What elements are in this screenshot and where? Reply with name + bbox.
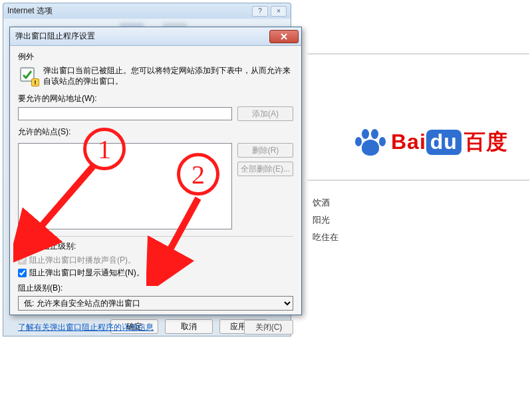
close-dialog-button[interactable]: 关闭(C) <box>244 320 293 334</box>
baidu-wordmark: Baidu百度 <box>391 128 508 157</box>
notifications-group-label: 通知和阻止级别: <box>18 241 293 252</box>
separator <box>18 236 293 237</box>
baidu-cn: 百度 <box>464 130 508 154</box>
parent-dialog-controls: ? × <box>252 6 287 17</box>
popup-title: 弹出窗口阻止程序设置 <box>15 31 269 42</box>
info-text: 弹出窗口当前已被阻止。您可以将特定网站添加到下表中，从而允许来自该站点的弹出窗口… <box>43 65 293 86</box>
blocking-level-select[interactable]: 低: 允许来自安全站点的弹出窗口 <box>18 296 293 311</box>
baidu-area: Baidu百度 饮酒 阳光 吃住在 <box>307 48 529 246</box>
hint-lines: 饮酒 阳光 吃住在 <box>313 194 529 246</box>
add-button[interactable]: 添加(A) <box>237 106 293 121</box>
hint-line: 阳光 <box>313 211 529 229</box>
divider <box>307 53 529 55</box>
help-button[interactable]: ? <box>252 6 268 17</box>
remove-all-button[interactable]: 全部删除(E)... <box>237 162 293 176</box>
allowed-sites-label: 允许的站点(S): <box>18 126 293 138</box>
baidu-paw-icon <box>355 128 387 157</box>
play-sound-label: 阻止弹出窗口时播放声音(P)。 <box>29 255 136 266</box>
address-label: 要允许的网站地址(W): <box>18 93 293 104</box>
show-bar-label: 阻止弹出窗口时显示通知栏(N)。 <box>29 267 144 279</box>
popup-body: 例外 ! 弹出窗口当前已被阻止。您可以将特定网站添加到下表中，从而允许来自该站点… <box>10 46 301 340</box>
popup-titlebar: 弹出窗口阻止程序设置 <box>10 27 301 46</box>
parent-dialog-titlebar: Internet 选项 ? × <box>3 3 291 19</box>
baidu-du: du <box>426 130 462 155</box>
show-notification-bar-checkbox[interactable] <box>18 269 27 277</box>
baidu-bai: Bai <box>391 130 426 154</box>
close-button-outer[interactable]: × <box>271 6 287 17</box>
hint-line: 吃住在 <box>313 229 529 246</box>
divider <box>307 180 529 181</box>
blocking-level-label: 阻止级别(B): <box>18 283 293 294</box>
show-bar-row[interactable]: 阻止弹出窗口时显示通知栏(N)。 <box>18 267 293 279</box>
play-sound-row[interactable]: 阻止弹出窗口时播放声音(P)。 <box>18 255 293 266</box>
address-input[interactable] <box>18 107 232 120</box>
baidu-logo: Baidu百度 <box>355 128 529 157</box>
popup-blocker-dialog: 弹出窗口阻止程序设置 例外 ! 弹出窗口当前已被阻止。您可以将特定网站添加到下表… <box>9 27 302 315</box>
close-button[interactable] <box>269 30 299 43</box>
remove-button[interactable]: 删除(R) <box>237 143 293 158</box>
learn-more-link[interactable]: 了解有关弹出窗口阻止程序的详细信息 <box>18 322 244 333</box>
exceptions-label: 例外 <box>18 51 293 63</box>
info-row: ! 弹出窗口当前已被阻止。您可以将特定网站添加到下表中，从而允许来自该站点的弹出… <box>18 65 293 86</box>
popup-blocker-icon: ! <box>18 65 38 85</box>
annotation-circle-2: 2 <box>177 153 219 196</box>
play-sound-checkbox[interactable] <box>18 256 27 265</box>
annotation-circle-1: 1 <box>83 128 126 170</box>
close-icon <box>281 33 287 40</box>
hint-line: 饮酒 <box>313 194 529 211</box>
parent-dialog-title: Internet 选项 <box>7 5 252 17</box>
